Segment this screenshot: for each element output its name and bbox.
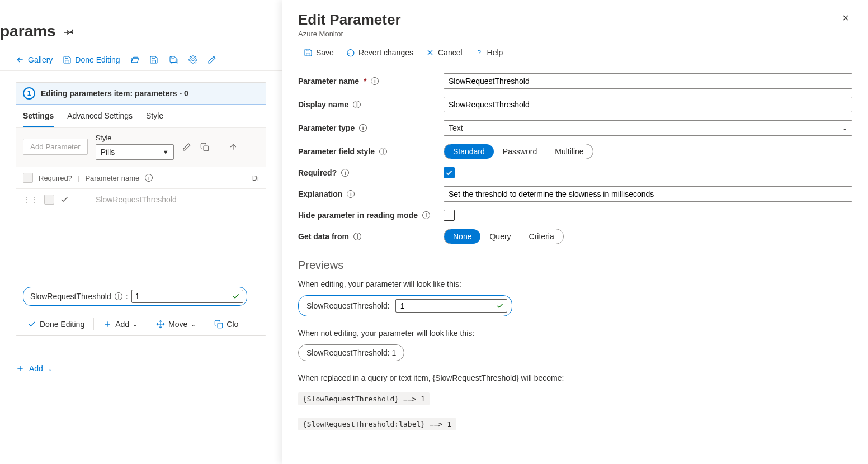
copy-icon[interactable] [200, 142, 210, 152]
pin-icon[interactable] [64, 26, 74, 36]
revert-button[interactable]: Revert changes [346, 48, 413, 57]
select-all-checkbox[interactable] [23, 173, 33, 183]
param-name-input[interactable] [444, 73, 852, 89]
info-icon[interactable]: i [145, 174, 153, 182]
help-icon [475, 48, 484, 57]
undo-icon [346, 48, 355, 57]
help-button[interactable]: Help [475, 48, 503, 57]
svg-point-0 [192, 59, 194, 61]
save-icon [304, 48, 313, 57]
explanation-label: Explanation [298, 190, 342, 198]
hide-checkbox[interactable] [444, 210, 455, 221]
preview-replaced-text: When replaced in a query or text item, {… [298, 373, 852, 382]
get-data-criteria[interactable]: Criteria [520, 229, 563, 244]
cancel-label: Cancel [438, 48, 463, 57]
param-type-select[interactable]: Text ⌄ [444, 120, 852, 136]
open-icon[interactable] [130, 55, 139, 64]
settings-gear-icon[interactable] [188, 55, 197, 64]
chevron-down-icon: ⌄ [48, 365, 53, 372]
info-icon[interactable]: i [359, 124, 367, 132]
display-name-label: Display name [298, 100, 348, 109]
done-editing-button[interactable]: Done Editing [63, 55, 120, 64]
arrow-up-icon[interactable] [228, 142, 238, 152]
edit-pencil-icon[interactable] [207, 55, 216, 64]
parameter-pill[interactable]: SlowRequestThreshold i : [23, 287, 247, 306]
info-icon[interactable]: i [341, 169, 349, 177]
edit-icon[interactable] [182, 142, 192, 152]
add-bottom-label: Add [29, 364, 43, 373]
col-required: Required? [39, 174, 72, 182]
check-icon [27, 320, 36, 329]
display-name-input[interactable] [444, 97, 852, 112]
row-param-name: SlowRequestThreshold [96, 195, 177, 204]
panel-title: Edit Parameter [298, 11, 401, 29]
gallery-button[interactable]: Gallery [16, 55, 53, 64]
save-button[interactable]: Save [304, 48, 334, 57]
preview-not-editing-text: When not editing, your parameter will lo… [298, 329, 852, 338]
info-icon[interactable]: i [422, 211, 430, 219]
card-header: 1 Editing parameters item: parameters - … [16, 83, 266, 105]
save-as-icon[interactable] [168, 55, 178, 65]
field-style-password[interactable]: Password [494, 144, 546, 159]
add-bottom-button[interactable]: Add ⌄ [16, 364, 282, 373]
code-preview-2: {SlowRequestThreshold:label} ==> 1 [298, 418, 456, 430]
clone-footer-button[interactable]: Clo [210, 318, 243, 331]
panel-subtitle: Azure Monitor [298, 30, 401, 38]
tab-settings[interactable]: Settings [23, 111, 54, 127]
svg-rect-1 [204, 146, 209, 151]
tab-advanced[interactable]: Advanced Settings [67, 111, 133, 127]
move-footer-button[interactable]: Move ⌄ [152, 318, 200, 331]
style-select[interactable]: Pills ▼ [96, 144, 174, 160]
add-footer-button[interactable]: Add ⌄ [98, 318, 142, 331]
hide-label: Hide parameter in reading mode [298, 211, 418, 220]
required-checkbox[interactable] [444, 167, 455, 178]
field-style-label: Parameter field style [298, 147, 375, 156]
card-tabs: Settings Advanced Settings Style [16, 105, 266, 127]
preview-pill-input[interactable] [395, 299, 507, 313]
col-param-name: Parameter name [85, 174, 139, 182]
get-data-query[interactable]: Query [480, 229, 520, 244]
field-style-multiline[interactable]: Multiline [546, 144, 592, 159]
close-button[interactable] [839, 11, 852, 25]
field-style-standard[interactable]: Standard [444, 144, 494, 159]
move-icon [156, 320, 165, 329]
edit-parameter-panel: Edit Parameter Azure Monitor Save Revert… [282, 0, 868, 464]
done-label: Done Editing [40, 320, 84, 329]
done-editing-footer-button[interactable]: Done Editing [23, 318, 89, 331]
param-name-label: Parameter name [298, 77, 359, 86]
required-label: Required? [298, 168, 337, 177]
get-data-segmented: None Query Criteria [444, 229, 564, 244]
help-label: Help [487, 48, 503, 57]
param-type-label: Parameter type [298, 124, 355, 132]
chevron-down-icon: ⌄ [191, 321, 196, 328]
save-icon [63, 55, 72, 64]
drag-handle-icon[interactable]: ⋮⋮ [23, 195, 39, 204]
info-icon[interactable]: i [353, 233, 361, 240]
tab-style[interactable]: Style [146, 111, 163, 127]
pill-label: SlowRequestThreshold [30, 292, 111, 301]
info-icon[interactable]: i [347, 190, 355, 198]
check-icon [60, 195, 69, 204]
svg-rect-2 [218, 323, 223, 328]
info-icon[interactable]: i [371, 77, 379, 85]
info-icon[interactable]: i [353, 101, 361, 108]
card-header-title: Editing parameters item: parameters - 0 [41, 89, 188, 98]
explanation-input[interactable] [444, 186, 852, 202]
main-toolbar: Gallery Done Editing [0, 50, 282, 71]
get-data-none[interactable]: None [444, 229, 480, 244]
step-number: 1 [23, 87, 35, 100]
pill-value-input[interactable] [131, 290, 243, 303]
info-icon[interactable]: i [379, 148, 387, 155]
table-row[interactable]: ⋮⋮ SlowRequestThreshold [16, 189, 266, 210]
add-parameter-button[interactable]: Add Parameter [23, 139, 88, 155]
row-checkbox[interactable] [44, 195, 54, 205]
cancel-button[interactable]: Cancel [426, 48, 463, 57]
save-disk-icon[interactable] [149, 55, 158, 64]
valid-check-icon [496, 302, 504, 310]
chevron-down-icon: ▼ [163, 149, 169, 155]
info-icon[interactable]: i [115, 292, 122, 300]
preview-pill-editing: SlowRequestThreshold: [298, 295, 512, 316]
plus-icon [16, 364, 25, 373]
move-label: Move [168, 320, 187, 329]
plus-icon [103, 320, 112, 329]
